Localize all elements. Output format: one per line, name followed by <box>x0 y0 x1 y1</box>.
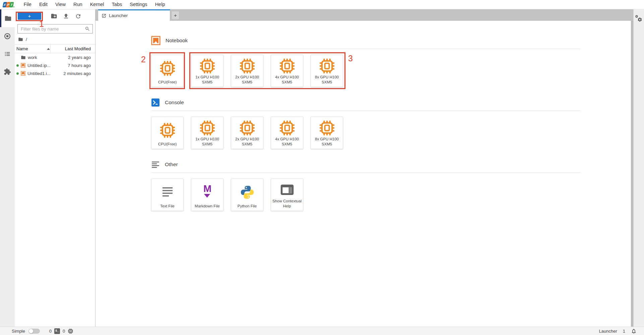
cpu-chip-icon <box>239 117 256 137</box>
file-row-work[interactable]: work 2 years ago <box>15 53 95 61</box>
cpu-chip-icon <box>239 55 256 75</box>
section-title: Console <box>165 99 184 106</box>
cpu-chip-icon <box>318 55 336 75</box>
scrollbar-track[interactable] <box>631 21 633 327</box>
launcher-card-python-file[interactable]: Python File <box>231 179 263 211</box>
terminal-count: 0 <box>49 329 52 334</box>
section-divider <box>151 173 580 173</box>
left-activity-bar <box>0 9 15 327</box>
breadcrumb-root: / <box>26 37 27 42</box>
filter-files-input[interactable] <box>17 24 93 34</box>
launcher-card-console-cpu[interactable]: CPU(Free) <box>151 117 184 149</box>
menu-kernel[interactable]: Kernel <box>86 0 108 9</box>
new-tab-button[interactable]: + <box>172 11 179 19</box>
menu-help[interactable]: Help <box>151 0 169 9</box>
sidebar-tab-table-of-contents[interactable] <box>0 45 15 63</box>
property-inspector-gears-icon[interactable] <box>635 15 643 23</box>
toggle-knob <box>29 329 33 333</box>
logo-dot <box>13 6 14 7</box>
status-context-label: Launcher <box>599 329 617 334</box>
file-name: Untitled1.i... <box>27 71 51 76</box>
terminal-icon[interactable]: $_ <box>54 328 60 334</box>
sidebar-tab-file-browser[interactable] <box>0 9 15 27</box>
menu-file[interactable]: File <box>20 0 35 9</box>
cpu-chip-icon <box>278 117 296 137</box>
notebook-section-icon <box>151 36 160 45</box>
menu-tabs[interactable]: Tabs <box>108 0 126 9</box>
running-indicator <box>16 64 19 67</box>
file-browser-toolbar: + <box>15 9 95 23</box>
menu-view[interactable]: View <box>51 0 69 9</box>
python-icon <box>240 179 255 204</box>
refresh-button[interactable] <box>74 12 82 20</box>
launcher-card-console-4xgpu[interactable]: 4x GPU H100 SXM5 <box>271 117 303 149</box>
file-row-untitled[interactable]: Untitled.ip... 7 hours ago <box>15 61 95 69</box>
kernel-chip-icon[interactable] <box>68 328 73 334</box>
file-list-header: Name Last Modified <box>15 44 95 53</box>
markdown-icon: M <box>203 179 211 204</box>
menu-settings[interactable]: Settings <box>126 0 151 9</box>
simple-mode-toggle[interactable] <box>28 329 40 334</box>
new-launcher-button[interactable]: + <box>18 12 41 20</box>
launcher-tab-icon <box>102 13 106 18</box>
menu-edit[interactable]: Edit <box>35 0 51 9</box>
file-list: work 2 years ago Untitled.ip... 7 hours … <box>15 53 95 77</box>
launcher-card-text-file[interactable]: Text File <box>151 179 184 211</box>
notification-count: 1 <box>623 329 625 334</box>
tab-launcher[interactable]: Launcher <box>98 9 170 21</box>
search-icon <box>85 26 90 31</box>
fpt-logo: F P T <box>3 2 14 7</box>
cpu-chip-icon <box>318 117 336 137</box>
launcher-card-notebook-2xgpu[interactable]: 2x GPU H100 SXM5 <box>231 55 263 87</box>
running-indicator <box>16 72 19 75</box>
contextual-help-icon <box>280 179 295 199</box>
column-header-name[interactable]: Name <box>16 46 28 51</box>
cpu-chip-icon <box>278 55 296 75</box>
launcher-card-console-8xgpu[interactable]: 8x GPU H100 SXM5 <box>311 117 343 149</box>
launcher-card-notebook-1xgpu[interactable]: 1x GPU H100 SXM5 <box>191 55 223 87</box>
launcher-card-notebook-4xgpu[interactable]: 4x GPU H100 SXM5 <box>271 55 303 87</box>
menu-bar: F P T File Edit View Run Kernel Tabs Set… <box>0 0 644 9</box>
cpu-chip-icon <box>199 55 216 75</box>
sort-ascending-icon[interactable] <box>47 48 50 50</box>
simple-mode-label: Simple <box>12 329 25 334</box>
notebook-icon <box>21 71 25 76</box>
text-lines-section-icon <box>151 160 160 169</box>
launcher-card-notebook-cpu[interactable]: CPU(Free) <box>151 55 184 87</box>
file-name: Untitled.ip... <box>27 63 51 68</box>
cpu-chip-icon <box>199 117 216 137</box>
file-name: work <box>28 55 37 60</box>
launcher-section-other: Other Text File M Markdown File <box>151 160 580 211</box>
toc-icon <box>4 50 11 58</box>
jupyterlab-window: F P T File Edit View Run Kernel Tabs Set… <box>0 0 644 335</box>
menu-items: File Edit View Run Kernel Tabs Settings … <box>20 0 169 9</box>
section-title: Other <box>165 161 178 168</box>
main-dock-panel: Launcher + Notebook CPU(Free) <box>95 9 633 327</box>
launcher-section-console: Console CPU(Free) 1x GPU H100 SXM5 2x GP… <box>151 98 580 149</box>
launcher-card-markdown-file[interactable]: M Markdown File <box>191 179 223 211</box>
menu-run[interactable]: Run <box>70 0 86 9</box>
right-sidebar-strip <box>633 9 644 327</box>
launcher-card-notebook-8xgpu[interactable]: 8x GPU H100 SXM5 <box>311 55 343 87</box>
sidebar-tab-running-sessions[interactable] <box>0 27 15 45</box>
bell-icon[interactable] <box>631 328 637 334</box>
breadcrumb-folder-icon <box>18 37 23 42</box>
launcher-section-notebook: Notebook CPU(Free) 1x GPU H100 SXM5 2x G… <box>151 36 580 87</box>
launcher-card-contextual-help[interactable]: Show Contextual Help <box>271 179 303 211</box>
section-divider <box>151 111 580 111</box>
column-header-last-modified[interactable]: Last Modified <box>65 46 91 51</box>
status-bar: Simple 0 $_ 0 Launcher 1 <box>0 327 644 335</box>
upload-button[interactable] <box>62 12 70 20</box>
file-row-untitled1[interactable]: Untitled1.i... 2 minutes ago <box>15 69 95 77</box>
cpu-chip-icon <box>159 117 176 142</box>
sidebar-tab-extensions[interactable] <box>0 63 15 80</box>
section-divider <box>151 49 580 49</box>
cpu-chip-icon <box>159 55 176 80</box>
launcher-card-console-2xgpu[interactable]: 2x GPU H100 SXM5 <box>231 117 263 149</box>
filter-row <box>17 24 92 34</box>
extension-puzzle-icon <box>4 68 11 75</box>
breadcrumb[interactable]: / <box>15 34 95 44</box>
folder-icon <box>21 55 26 60</box>
new-folder-button[interactable] <box>50 12 58 20</box>
launcher-card-console-1xgpu[interactable]: 1x GPU H100 SXM5 <box>191 117 223 149</box>
